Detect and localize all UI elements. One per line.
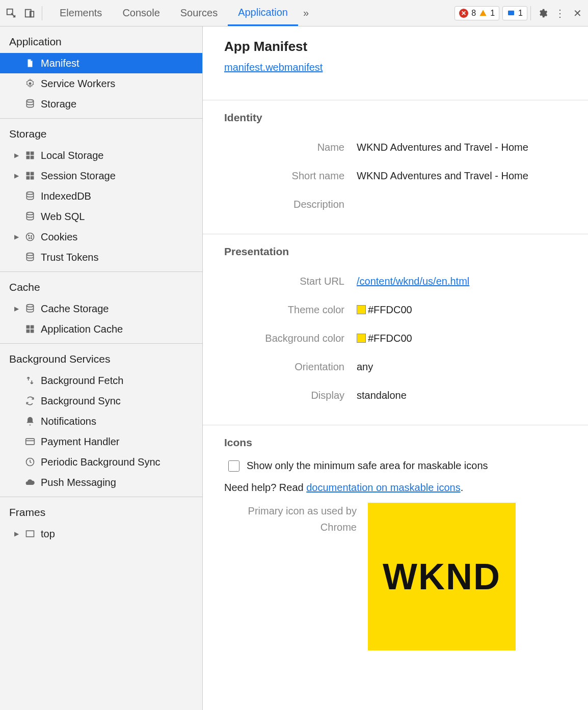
tab-console[interactable]: Console xyxy=(112,0,170,26)
start-url-row: Start URL /content/wknd/us/en.html xyxy=(224,267,573,295)
sidebar-item-cache-storage[interactable]: ▶ Cache Storage xyxy=(0,298,202,319)
sidebar-section-background-services: Background Services Background Fetch Bac… xyxy=(0,344,202,497)
expand-triangle-icon[interactable]: ▶ xyxy=(14,530,21,537)
database-icon xyxy=(24,303,36,314)
grid-icon xyxy=(24,150,36,161)
sidebar-item-session-storage[interactable]: ▶ Session Storage xyxy=(0,166,202,186)
start-url-link[interactable]: /content/wknd/us/en.html xyxy=(357,276,469,287)
manifest-link[interactable]: manifest.webmanifest xyxy=(224,62,323,73)
application-sidebar: Application Manifest Service Workers Sto… xyxy=(0,26,203,710)
svg-rect-12 xyxy=(26,176,30,180)
sidebar-item-service-workers[interactable]: Service Workers xyxy=(0,73,202,94)
device-toolbar-icon[interactable] xyxy=(21,5,38,21)
issues-count: 1 xyxy=(518,9,523,18)
svg-point-14 xyxy=(26,192,33,195)
maskable-docs-link[interactable]: documentation on maskable icons xyxy=(306,482,460,493)
tab-sources[interactable]: Sources xyxy=(170,0,228,26)
tab-application[interactable]: Application xyxy=(228,0,298,26)
svg-rect-7 xyxy=(31,152,34,155)
svg-point-19 xyxy=(29,238,30,239)
svg-rect-24 xyxy=(31,325,34,329)
field-label: Short name xyxy=(224,170,357,182)
sidebar-item-label: Notifications xyxy=(41,416,96,427)
file-icon xyxy=(24,58,36,69)
sidebar-item-label: Cookies xyxy=(41,231,77,243)
field-label: Description xyxy=(224,199,357,210)
field-value: WKND Adventures and Travel - Home xyxy=(357,142,528,153)
sidebar-section-title: Cache xyxy=(0,277,202,298)
sidebar-item-label: Session Storage xyxy=(41,170,116,182)
icons-section: Icons Show only the minimum safe area fo… xyxy=(203,425,588,654)
sidebar-item-periodic-sync[interactable]: Periodic Background Sync xyxy=(0,452,202,472)
identity-name-row: Name WKND Adventures and Travel - Home xyxy=(224,133,573,161)
expand-triangle-icon[interactable]: ▶ xyxy=(14,152,21,159)
sidebar-section-storage: Storage ▶ Local Storage ▶ Session Storag… xyxy=(0,119,202,272)
field-value: /content/wknd/us/en.html xyxy=(357,276,469,287)
svg-rect-11 xyxy=(31,172,34,176)
svg-point-16 xyxy=(26,233,34,241)
tab-elements[interactable]: Elements xyxy=(49,0,112,26)
sidebar-item-push-messaging[interactable]: Push Messaging xyxy=(0,472,202,493)
section-heading: Presentation xyxy=(224,245,573,258)
sidebar-item-storage[interactable]: Storage xyxy=(0,94,202,114)
svg-rect-30 xyxy=(26,531,34,537)
sidebar-item-websql[interactable]: Web SQL xyxy=(0,206,202,227)
identity-description-row: Description xyxy=(224,190,573,219)
svg-rect-8 xyxy=(26,156,30,159)
svg-rect-3 xyxy=(508,10,514,15)
sidebar-item-local-storage[interactable]: ▶ Local Storage xyxy=(0,145,202,166)
sidebar-item-label: Payment Handler xyxy=(41,436,120,448)
field-label: Background color xyxy=(224,333,357,344)
svg-point-20 xyxy=(31,238,32,239)
sidebar-item-label: Push Messaging xyxy=(41,477,116,488)
settings-icon[interactable] xyxy=(534,8,551,18)
sidebar-item-label: Manifest xyxy=(41,58,79,69)
sidebar-section-title: Application xyxy=(0,32,202,53)
sidebar-item-payment-handler[interactable]: Payment Handler xyxy=(0,431,202,452)
sidebar-item-indexeddb[interactable]: IndexedDB xyxy=(0,186,202,206)
field-label: Display xyxy=(224,390,357,401)
devtools-tabs: Elements Console Sources Application » xyxy=(49,0,455,26)
identity-shortname-row: Short name WKND Adventures and Travel - … xyxy=(224,161,573,190)
theme-color-row: Theme color #FFDC00 xyxy=(224,295,573,324)
maskable-checkbox[interactable] xyxy=(228,460,239,472)
issues-badge[interactable]: 1 xyxy=(502,6,527,20)
sidebar-item-notifications[interactable]: Notifications xyxy=(0,411,202,431)
sidebar-section-title: Background Services xyxy=(0,349,202,370)
grid-icon xyxy=(24,323,36,335)
sidebar-section-cache: Cache ▶ Cache Storage Application Cache xyxy=(0,272,202,344)
expand-triangle-icon[interactable]: ▶ xyxy=(14,172,21,179)
svg-point-18 xyxy=(31,236,32,237)
sidebar-section-title: Frames xyxy=(0,502,202,524)
expand-triangle-icon[interactable]: ▶ xyxy=(14,305,21,312)
sidebar-item-top-frame[interactable]: ▶ top xyxy=(0,524,202,544)
warning-count: 1 xyxy=(490,9,495,18)
sidebar-item-label: top xyxy=(41,528,55,540)
sidebar-item-trust-tokens[interactable]: Trust Tokens xyxy=(0,247,202,267)
expand-triangle-icon[interactable]: ▶ xyxy=(14,233,21,240)
more-tabs-icon[interactable]: » xyxy=(298,7,314,19)
database-icon xyxy=(24,190,36,202)
primary-icon-label: Primary icon as used by Chrome xyxy=(224,503,357,535)
sidebar-item-label: Background Sync xyxy=(41,395,121,407)
sidebar-item-label: Periodic Background Sync xyxy=(41,456,161,468)
field-value: any xyxy=(357,361,373,373)
manifest-panel: App Manifest manifest.webmanifest Identi… xyxy=(203,26,588,710)
error-count: 8 xyxy=(471,9,476,18)
sidebar-item-application-cache[interactable]: Application Cache xyxy=(0,319,202,339)
sidebar-item-manifest[interactable]: Manifest xyxy=(0,53,202,73)
svg-rect-6 xyxy=(26,152,30,155)
sidebar-item-cookies[interactable]: ▶ Cookies xyxy=(0,227,202,247)
svg-rect-13 xyxy=(31,176,34,180)
sidebar-item-background-sync[interactable]: Background Sync xyxy=(0,391,202,411)
database-icon xyxy=(24,211,36,222)
error-warning-badge[interactable]: ✕ 8 1 xyxy=(455,6,499,20)
sidebar-item-background-fetch[interactable]: Background Fetch xyxy=(0,370,202,391)
sidebar-item-label: Storage xyxy=(41,98,76,110)
inspect-element-icon[interactable] xyxy=(3,5,19,21)
maskable-checkbox-row[interactable]: Show only the minimum safe area for mask… xyxy=(228,460,573,472)
svg-point-21 xyxy=(26,253,33,256)
close-icon[interactable]: ✕ xyxy=(569,7,586,19)
database-icon xyxy=(24,98,36,110)
kebab-menu-icon[interactable]: ⋮ xyxy=(551,7,569,19)
